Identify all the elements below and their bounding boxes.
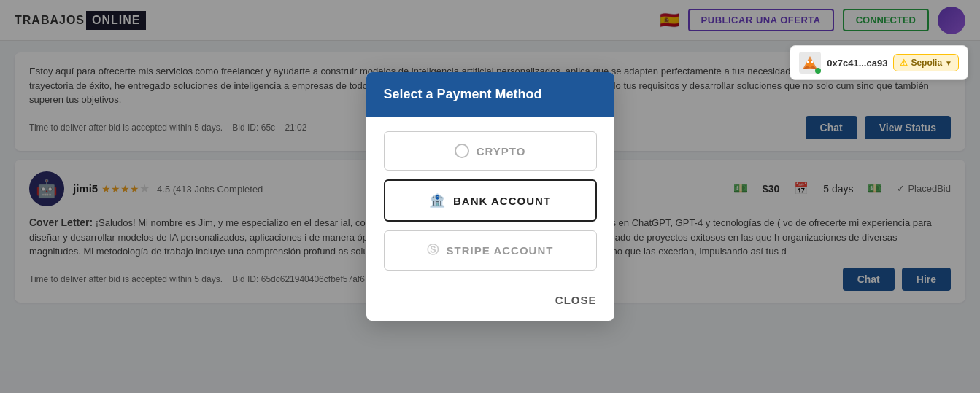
bank-icon: 🏦: [429, 192, 446, 209]
svg-point-6: [811, 61, 814, 63]
modal-footer: CLOSE: [366, 285, 614, 321]
metamask-address: 0x7c41...ca93: [827, 58, 887, 69]
crypto-button[interactable]: CRYPTO: [384, 131, 597, 171]
svg-point-5: [807, 61, 809, 63]
network-dropdown-icon[interactable]: ▼: [945, 59, 952, 67]
bank-label: BANK ACCOUNT: [453, 195, 551, 207]
network-badge[interactable]: ⚠ Sepolia ▼: [893, 54, 959, 71]
network-name: Sepolia: [911, 58, 942, 68]
payment-modal: Select a Payment Method CRYPTO 🏦 BANK AC…: [366, 72, 614, 321]
stripe-icon: Ⓢ: [427, 243, 439, 258]
metamask-fox-icon[interactable]: [799, 52, 821, 74]
modal-body: CRYPTO 🏦 BANK ACCOUNT Ⓢ STRIPE ACCOUNT: [366, 117, 614, 285]
svg-point-4: [806, 60, 814, 67]
crypto-icon: [455, 144, 469, 158]
stripe-label: STRIPE ACCOUNT: [447, 244, 554, 257]
bank-account-button[interactable]: 🏦 BANK ACCOUNT: [384, 179, 597, 222]
modal-header: Select a Payment Method: [366, 72, 614, 117]
close-modal-button[interactable]: CLOSE: [555, 294, 597, 306]
modal-title: Select a Payment Method: [384, 87, 542, 101]
stripe-account-button[interactable]: Ⓢ STRIPE ACCOUNT: [384, 230, 597, 271]
metamask-popup: 0x7c41...ca93 ⚠ Sepolia ▼: [790, 45, 968, 80]
warning-icon: ⚠: [900, 58, 908, 68]
crypto-label: CRYPTO: [477, 145, 526, 157]
